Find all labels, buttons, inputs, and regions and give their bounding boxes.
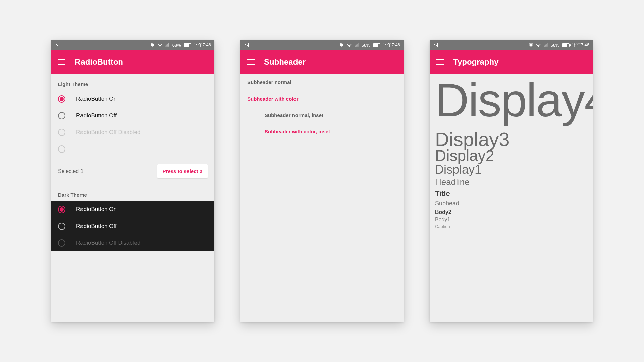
dark-radio-off-disabled-icon	[58, 239, 65, 247]
text-subhead: Subhead	[435, 200, 587, 207]
signal-icon	[543, 43, 548, 47]
status-bar: 68% 下午7:46	[240, 40, 404, 50]
selected-text: Selected 1	[58, 168, 84, 174]
light-theme-label: Light Theme	[51, 74, 214, 90]
app-bar: Typography	[430, 50, 593, 74]
dark-radio-off-row[interactable]: RadioButton Off	[51, 218, 214, 235]
app-title: Subheader	[264, 57, 306, 67]
content-typography: Display4 Display3 Display2 Display1 Head…	[430, 74, 593, 322]
dark-radio-on-label: RadioButton On	[76, 206, 117, 213]
radio-off-icon[interactable]	[58, 112, 65, 119]
menu-icon[interactable]	[58, 59, 65, 65]
text-headline: Headline	[435, 177, 587, 187]
dark-radio-on-row[interactable]: RadioButton On	[51, 201, 214, 218]
app-bar: RadioButton	[51, 50, 214, 74]
radio-off-disabled-row: RadioButton Off Disabled	[51, 124, 214, 141]
status-bar: 68% 下午7:46	[51, 40, 214, 50]
status-time: 下午7:46	[572, 42, 589, 48]
subheader-color: Subheader with color	[240, 90, 404, 107]
dark-radio-off-label: RadioButton Off	[76, 223, 117, 230]
dark-theme-block: RadioButton On RadioButton Off RadioButt…	[51, 201, 214, 251]
radio-empty-disabled-icon	[58, 145, 65, 153]
radio-on-icon[interactable]	[58, 95, 65, 103]
app-bar: Subheader	[240, 50, 404, 74]
signal-icon	[165, 43, 170, 47]
menu-icon[interactable]	[436, 59, 444, 65]
content-radiobutton: Light Theme RadioButton On RadioButton O…	[51, 74, 214, 322]
radio-off-disabled-label: RadioButton Off Disabled	[76, 129, 141, 136]
radio-on-row[interactable]: RadioButton On	[51, 90, 214, 107]
battery-percent: 68%	[551, 43, 559, 48]
subheader-color-inset: Subheader with color, inset	[240, 123, 404, 140]
text-display4: Display4	[435, 75, 587, 125]
text-caption: Caption	[435, 224, 587, 229]
fullscreen-icon	[55, 43, 59, 47]
status-time: 下午7:46	[194, 42, 211, 48]
dark-radio-off-disabled-label: RadioButton Off Disabled	[76, 240, 141, 246]
alarm-icon	[529, 43, 533, 47]
radio-off-row[interactable]: RadioButton Off	[51, 107, 214, 124]
phone-typography: 68% 下午7:46 Typography Display4 Display3 …	[430, 40, 593, 322]
text-body2: Body2	[435, 209, 587, 215]
radio-off-label: RadioButton Off	[76, 112, 117, 119]
fullscreen-icon	[244, 43, 249, 47]
wifi-icon	[347, 43, 352, 47]
radio-on-label: RadioButton On	[76, 96, 117, 102]
dark-radio-off-icon[interactable]	[58, 223, 65, 230]
fullscreen-icon	[433, 43, 438, 47]
text-body1: Body1	[435, 217, 587, 223]
battery-percent: 68%	[172, 43, 181, 48]
text-title: Title	[435, 189, 587, 198]
subheader-normal-inset: Subheader normal, inset	[240, 107, 404, 123]
radio-off-disabled-icon	[58, 129, 65, 136]
text-display3: Display3	[435, 131, 587, 148]
status-bar: 68% 下午7:46	[430, 40, 593, 50]
menu-icon[interactable]	[247, 59, 255, 65]
wifi-icon	[158, 43, 162, 47]
phone-subheader: 68% 下午7:46 Subheader Subheader normal Su…	[240, 40, 404, 322]
text-display1: Display1	[435, 164, 587, 176]
subheader-normal: Subheader normal	[240, 74, 404, 90]
press-to-select-button[interactable]: Press to select 2	[157, 164, 208, 178]
selected-row: Selected 1 Press to select 2	[51, 158, 214, 185]
battery-icon	[562, 43, 570, 47]
alarm-icon	[150, 43, 155, 47]
text-display2: Display2	[435, 149, 587, 163]
battery-icon	[184, 43, 191, 47]
dark-radio-on-icon[interactable]	[58, 206, 65, 213]
radio-empty-disabled-row	[51, 141, 214, 158]
alarm-icon	[339, 43, 344, 47]
wifi-icon	[536, 43, 541, 47]
app-title: Typography	[453, 57, 499, 67]
status-time: 下午7:46	[383, 42, 400, 48]
dark-theme-label: Dark Theme	[51, 185, 214, 201]
phone-radiobutton: 68% 下午7:46 RadioButton Light Theme Radio…	[51, 40, 214, 322]
dark-radio-off-disabled-row: RadioButton Off Disabled	[51, 235, 214, 251]
app-title: RadioButton	[75, 57, 123, 67]
signal-icon	[354, 43, 359, 47]
battery-percent: 68%	[362, 43, 370, 48]
content-subheader: Subheader normal Subheader with color Su…	[240, 74, 404, 322]
battery-icon	[373, 43, 380, 47]
